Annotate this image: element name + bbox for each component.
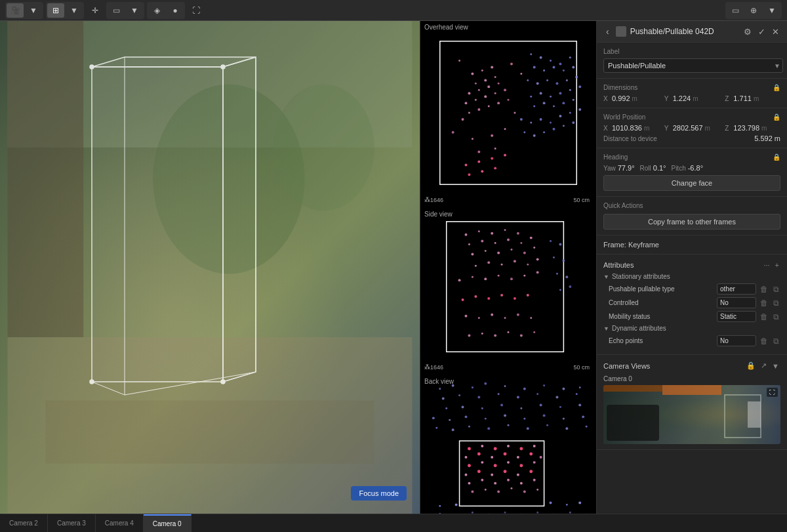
svg-point-149 [559,243,561,246]
dynamic-collapse-icon[interactable]: ▼ [603,325,609,332]
svg-point-181 [559,406,561,408]
svg-point-68 [527,79,529,81]
bottom-tab-camera3[interactable]: Camera 3 [48,514,96,532]
attrs-more-btn[interactable]: ··· [762,260,771,270]
svg-point-61 [559,63,561,66]
svg-point-37 [488,106,490,108]
svg-point-112 [485,250,487,252]
crosshair-tool-btn[interactable]: ✛ [87,3,104,18]
svg-point-218 [519,464,523,467]
rect-tool-btn[interactable]: ▭ [108,3,125,18]
svg-point-76 [550,96,552,98]
svg-point-130 [462,298,464,301]
mobility-select[interactable]: Static Moving [717,311,756,322]
frame-label: Frame: Keyframe [603,241,659,249]
svg-point-96 [563,125,565,127]
svg-point-50 [494,148,496,150]
pushable-type-copy-btn[interactable]: ⧉ [772,284,780,295]
controlled-delete-btn[interactable]: 🗑 [759,298,769,308]
mobility-delete-btn[interactable]: 🗑 [759,312,769,322]
svg-point-231 [533,479,536,481]
layers-tool-btn[interactable]: ◈ [148,3,165,18]
svg-point-94 [543,131,545,133]
bottom-tab-camera0[interactable]: Camera 0 [144,514,192,532]
bounding-box-3d [39,54,289,434]
svg-point-75 [540,92,542,94]
camera-0-thumbnail[interactable]: ⛶ [603,385,780,444]
tool-dropdown-4[interactable]: ▼ [763,3,780,18]
dynamic-attrs-header: ▼ Dynamic attributes [603,325,780,332]
camera-tool-btn[interactable]: 🎥 [7,3,24,18]
echo-points-delete-btn[interactable]: 🗑 [759,336,769,346]
svg-point-79 [578,85,581,88]
svg-point-78 [569,89,571,91]
attrs-plus-btn[interactable]: + [774,260,780,270]
overhead-frame-label: ⁂1646 [424,197,443,203]
pushable-type-delete-btn[interactable]: 🗑 [759,284,769,295]
svg-point-138 [491,314,493,316]
bottom-tab-camera4[interactable]: Camera 4 [96,514,144,532]
svg-point-109 [520,242,522,244]
svg-point-93 [533,134,536,137]
svg-point-16 [90,380,94,384]
svg-point-176 [462,406,464,409]
svg-point-198 [546,424,548,426]
tool-dropdown-1[interactable]: ▼ [25,3,42,18]
svg-point-43 [462,118,464,121]
svg-point-100 [464,234,467,236]
label-select[interactable]: Pushable/Pullable Vehicle Pedestrian Cyc… [603,58,783,73]
svg-point-151 [562,259,565,262]
svg-rect-18 [420,22,596,207]
tool-dropdown-2[interactable]: ▼ [66,3,83,18]
svg-point-232 [471,491,474,493]
camera-expand-icon[interactable]: ⛶ [767,388,778,397]
svg-point-147 [533,331,535,333]
camera-lock-btn[interactable]: 🔒 [745,360,757,371]
camera-expand-btn[interactable]: ▼ [771,360,780,371]
controlled-select[interactable]: No Yes [717,297,756,308]
expand-tool-btn[interactable]: ⛶ [188,3,205,18]
camera-thumb-inner: ⛶ [603,385,780,444]
panel-header: ‹ Pushable/Pullable 042D ⚙ ✓ ✕ [597,21,787,43]
viewport-3d[interactable]: Focus mode [0,21,420,514]
tool-dropdown-3[interactable]: ▼ [126,3,143,18]
mobility-copy-btn[interactable]: ⧉ [772,312,780,322]
main-area: Focus mode Overhead view [0,21,787,514]
pushable-type-select[interactable]: other [717,283,756,295]
check-icon-btn[interactable]: ✓ [757,26,767,38]
attributes-title: Attributes [603,261,634,269]
circle-tool-btn[interactable]: ● [167,3,184,18]
svg-point-103 [504,229,506,231]
svg-point-227 [481,479,483,481]
world-z: Z 123.798 m [725,124,780,132]
grid-tool-btn[interactable]: ⊞ [47,3,64,18]
svg-point-104 [517,232,519,235]
svg-point-197 [527,427,529,430]
heading-roll: Roll 0.1° [640,164,666,172]
back-btn[interactable]: ‹ [603,25,612,38]
bottom-tab-camera2[interactable]: Camera 2 [0,514,48,532]
controlled-copy-btn[interactable]: ⧉ [772,298,780,308]
side-frame-label: ⁂1646 [424,364,443,371]
svg-point-87 [540,118,542,121]
settings-icon-btn[interactable]: ⚙ [742,26,753,38]
close-icon-btn[interactable]: ✕ [771,26,780,38]
focus-mode-btn[interactable]: Focus mode [351,486,407,501]
camera-external-btn[interactable]: ↗ [759,360,768,371]
dimensions-section: Dimensions 🔒 X 0.992 m Y 1.224 m Z 1.711… [597,79,787,108]
svg-point-178 [500,404,503,407]
rect2-tool-btn[interactable]: ▭ [727,3,744,18]
stationary-collapse-icon[interactable]: ▼ [603,274,609,280]
toolbar-group-filter: ◈ ● [147,2,185,19]
svg-point-23 [475,83,477,85]
svg-point-86 [530,121,532,123]
echo-points-copy-btn[interactable]: ⧉ [772,336,780,346]
svg-point-141 [530,317,532,319]
svg-point-203 [494,447,497,451]
copy-frame-btn[interactable]: Copy frame to other frames [603,214,780,230]
svg-point-32 [484,95,487,98]
world-y: Y 2802.567 m [664,124,720,132]
target-tool-btn[interactable]: ⊕ [745,3,762,18]
echo-points-select[interactable]: No Yes [717,335,756,346]
change-face-btn[interactable]: Change face [603,175,780,191]
